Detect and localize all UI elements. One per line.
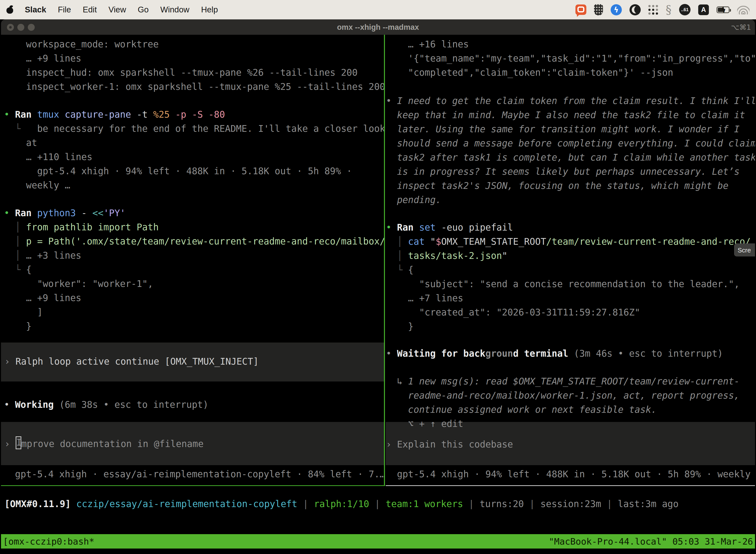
moon-icon[interactable]: [630, 4, 641, 15]
menu-help[interactable]: Help: [201, 5, 218, 14]
text-segment: workspace_mode: worktree: [4, 39, 159, 50]
text-segment: |: [375, 499, 386, 509]
prompt-input-line: › Improve documentation in @filename: [4, 436, 204, 450]
text-segment: ralph:1/10: [314, 499, 375, 509]
terminal-line: ↳ 1 new msg(s): read $OMX_TEAM_STATE_ROO…: [386, 374, 740, 388]
text-segment: │: [4, 236, 26, 247]
dots-grid-icon[interactable]: [648, 5, 658, 15]
terminal-section-right-mailbox: ↳ 1 new msg(s): read $OMX_TEAM_STATE_ROO…: [386, 374, 740, 431]
terminal-line: ⌥ + ↑ edit: [386, 417, 740, 431]
terminal-line: └ {: [386, 263, 751, 277]
text-segment: session:23m: [541, 499, 607, 509]
tmux-session-label: [omx-cczip0:bash*: [3, 536, 94, 547]
text-segment: -euo pipefail: [441, 222, 513, 233]
menu-window[interactable]: Window: [160, 5, 189, 14]
text-segment: {: [408, 265, 414, 275]
terminal-line: │ cat "$OMX_TEAM_STATE_ROOT/team/review-…: [386, 234, 751, 249]
text-segment: └: [4, 264, 26, 275]
text-segment: -p: [175, 109, 192, 120]
text-segment: later. Using the same for transition mig…: [386, 124, 740, 134]
menu-edit[interactable]: Edit: [82, 5, 97, 14]
wifi-icon[interactable]: [737, 5, 750, 14]
text-segment: 1 new msg(s): read $OMX_TEAM_STATE_ROOT/…: [408, 376, 740, 387]
text-segment: p = Path('.omx/state/team/review-current…: [26, 236, 384, 247]
text-segment: weekly …: [4, 180, 70, 190]
text-segment: … +110 lines: [4, 152, 92, 162]
text-segment: inspect task2's JSON, focusing on the st…: [386, 180, 729, 191]
terminal-line: • Ran set -euo pipefail: [386, 220, 751, 234]
spark-badge-icon[interactable]: ϟ: [611, 4, 622, 15]
text-segment: └: [386, 265, 408, 275]
terminal-line: • I need to get the claim token from the…: [386, 94, 755, 108]
text-segment: gpt-5.4 xhigh · 94% left · 488K in · 5.1…: [4, 166, 352, 176]
text-segment: I need to get the claim token from the c…: [397, 96, 755, 106]
text-segment: "created_at": "2026-03-31T11:59:27.816Z": [386, 307, 640, 318]
terminal-line: … +9 lines: [4, 51, 384, 65]
terminal-section-left-ran-tmux: • Ran tmux capture-pane -t %25 -p -S -80…: [4, 107, 384, 192]
text-segment: •: [4, 109, 15, 120]
terminal-line: at: [4, 136, 384, 150]
text-cursor: I: [16, 436, 21, 449]
text-segment: ›: [4, 356, 16, 367]
prompt-input-box-left[interactable]: › Improve documentation in @filename: [1, 422, 384, 465]
screen-recording-icon[interactable]: [575, 4, 586, 15]
apple-menu-icon[interactable]: [6, 5, 13, 14]
terminal-line: │ tasks/task-2.json": [386, 249, 751, 263]
text-segment: [OMX#0.11.9]: [4, 499, 71, 509]
terminal-section-right-ran-set: • Ran set -euo pipefail │ cat "$OMX_TEAM…: [386, 220, 751, 334]
battery-icon[interactable]: ϟ: [716, 6, 730, 13]
menu-app-name[interactable]: Slack: [25, 5, 46, 14]
text-segment: be necessary for the end of the README. …: [26, 123, 384, 134]
terminal-window: omx --xhigh --madmax ⌥⌘1 › Improve docum…: [1, 19, 755, 554]
text-segment: at: [4, 137, 37, 148]
text-segment: task2 after task1 is complete, but can I…: [386, 152, 755, 163]
text-segment: set: [419, 222, 441, 233]
text-segment: from pathlib import Path: [26, 222, 159, 233]
text-segment: ": [430, 236, 436, 247]
text-segment: "worker": "worker-1",: [4, 278, 153, 289]
menu-go[interactable]: Go: [138, 5, 148, 14]
cursor-char: I: [16, 437, 22, 448]
window-title-bar[interactable]: omx --xhigh --madmax ⌥⌘1: [1, 19, 755, 35]
text-segment: -80: [208, 109, 225, 120]
keyboard-input-icon[interactable]: A: [698, 4, 709, 15]
text-segment: $: [436, 236, 441, 247]
text-segment: cat: [408, 236, 430, 247]
window-title: omx --xhigh --madmax: [1, 19, 755, 35]
text-segment: •: [4, 399, 15, 410]
menu-file[interactable]: File: [58, 5, 71, 14]
battery-percent-label: ..61: [681, 7, 689, 12]
text-segment: |: [607, 499, 618, 509]
terminal-line: }: [4, 319, 384, 333]
text-segment: python3: [37, 208, 81, 218]
shield-grid-icon[interactable]: [594, 4, 603, 15]
terminal-line: }: [386, 320, 751, 334]
text-segment: … +16 lines: [386, 39, 469, 50]
text-segment: /team/review-current-readme-and-reco/: [546, 236, 751, 247]
text-segment: keep that in mind. Maybe I also need the…: [386, 110, 745, 120]
terminal-line: … +7 lines: [386, 291, 751, 305]
text-segment: … +3 lines: [26, 250, 81, 261]
pane-divider[interactable]: [384, 35, 385, 486]
menu-view[interactable]: View: [108, 5, 126, 14]
text-segment: is in progress? It seems likely but perh…: [386, 166, 740, 177]
terminal-line: is in progress? It seems likely but perh…: [386, 165, 755, 179]
tmux-pane-left[interactable]: › Improve documentation in @filename wor…: [1, 35, 384, 486]
terminal-section-right-top: … +16 lines '{"team_name":"my-team","tas…: [386, 37, 755, 80]
terminal-section-left-ran-python: • Ran python3 - <<'PY' │ from pathlib im…: [4, 206, 384, 333]
section-sign-icon[interactable]: §: [666, 4, 672, 15]
text-segment: }: [386, 321, 414, 332]
text-segment: … +9 lines: [4, 293, 81, 303]
terminal-line: … +16 lines: [386, 37, 755, 51]
terminal-line: keep that in mind. Maybe I also need the…: [386, 108, 755, 122]
terminal-line: "worker": "worker-1",: [4, 277, 384, 291]
text-segment: d terminal: [513, 348, 568, 359]
battery-percent-badge[interactable]: ..61: [679, 4, 691, 15]
text-segment: inspect_hud: omx sparkshell --tmux-pane …: [4, 67, 358, 78]
text-segment: ": [502, 251, 507, 261]
terminal-line: › Explain this codebase: [386, 437, 513, 451]
prompt-arrow: ›: [4, 439, 16, 449]
text-segment: Waiting for back: [397, 348, 485, 359]
terminal-line: › Ralph loop active continue [OMX_TMUX_I…: [4, 354, 259, 369]
tmux-pane-right[interactable]: … +16 lines '{"team_name":"my-team","tas…: [386, 35, 755, 486]
